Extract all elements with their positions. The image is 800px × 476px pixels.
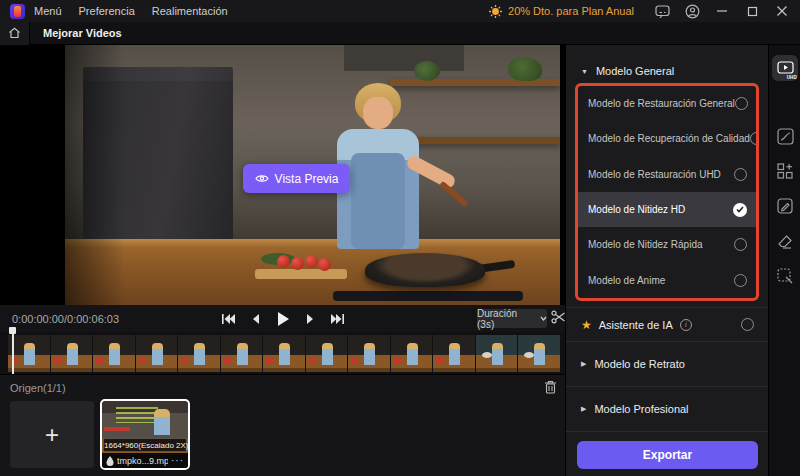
uhd-badge: UHD bbox=[787, 75, 797, 80]
app-window: Menú Preferencia Realimentación 20% Dto.… bbox=[0, 0, 800, 476]
filmstrip-thumbnail[interactable] bbox=[433, 335, 475, 372]
clip-person bbox=[154, 409, 170, 435]
minimize-button[interactable] bbox=[714, 3, 730, 19]
close-button[interactable] bbox=[774, 3, 790, 19]
filmstrip-thumbnail[interactable] bbox=[51, 335, 93, 372]
radio-icon[interactable] bbox=[734, 274, 747, 287]
model-option-restauracion-uhd[interactable]: Modelo de Restauración UHD bbox=[578, 157, 756, 192]
menu-realimentacion[interactable]: Realimentación bbox=[152, 5, 228, 17]
model-option-label: Modelo de Restauración General bbox=[588, 98, 735, 109]
radio-icon[interactable] bbox=[750, 132, 759, 145]
filmstrip-thumbnail[interactable] bbox=[178, 335, 220, 372]
filmstrip-thumbnail[interactable] bbox=[93, 335, 135, 372]
promo-text: 20% Dto. para Plan Anual bbox=[508, 5, 634, 17]
scene-shadow bbox=[65, 45, 125, 305]
eraser-tool-icon[interactable] bbox=[772, 228, 798, 254]
model-option-restauracion-general[interactable]: Modelo de Restauración General bbox=[578, 86, 756, 121]
prev-frame-button[interactable] bbox=[252, 314, 260, 324]
ai-assistant-label: Asistente de IA bbox=[599, 319, 673, 331]
menu-menu[interactable]: Menú bbox=[34, 5, 62, 17]
filmstrip-thumbnail[interactable] bbox=[221, 335, 263, 372]
main-content: Vista Previa 0:00:00:00/0:00:06:03 bbox=[0, 45, 800, 476]
timeline-playhead[interactable] bbox=[9, 327, 17, 375]
filmstrip-thumbnail[interactable] bbox=[348, 335, 390, 372]
filmstrip-thumbnail[interactable] bbox=[263, 335, 305, 372]
scene-pan bbox=[365, 253, 485, 287]
cut-scissors-icon[interactable] bbox=[551, 310, 566, 324]
scene-person-face bbox=[363, 97, 393, 129]
modelo-profesional-label: Modelo Profesional bbox=[594, 403, 688, 415]
model-panel: ▼ Modelo General Modelo de Restauración … bbox=[565, 45, 768, 476]
tool-strip: UHD bbox=[768, 45, 800, 476]
scene-spoon bbox=[439, 181, 469, 207]
filmstrip-thumbnail[interactable] bbox=[391, 335, 433, 372]
radio-icon[interactable] bbox=[734, 238, 747, 251]
model-option-nitidez-hd[interactable]: Modelo de Nitidez HD bbox=[578, 192, 756, 227]
frame-interpolation-tool-icon[interactable] bbox=[772, 123, 798, 149]
model-option-label: Modelo de Nitidez HD bbox=[588, 204, 733, 215]
export-section: Exportar bbox=[566, 431, 769, 476]
model-option-anime[interactable]: Modelo de Anime bbox=[578, 262, 756, 297]
batch-add-tool-icon[interactable] bbox=[772, 158, 798, 184]
promo-banner[interactable]: 20% Dto. para Plan Anual bbox=[489, 5, 634, 18]
trash-icon[interactable] bbox=[544, 380, 557, 394]
collapse-triangle-icon: ▼ bbox=[581, 68, 588, 75]
radio-icon[interactable] bbox=[741, 318, 754, 331]
section-modelo-retrato[interactable]: ▶ Modelo de Retrato bbox=[566, 341, 769, 386]
duration-label: Duración (3s) bbox=[477, 308, 536, 330]
info-icon[interactable]: i bbox=[680, 319, 692, 331]
skip-start-button[interactable] bbox=[222, 314, 235, 324]
app-logo-icon bbox=[10, 4, 25, 19]
source-clip-thumbnail[interactable]: 1664*960(Escalado 2X) tmpko...9.mp4 ··· bbox=[100, 399, 190, 470]
clip-filename: tmpko...9.mp4 bbox=[117, 456, 168, 466]
model-options-highlight-box: Modelo de Restauración General Modelo de… bbox=[575, 83, 759, 301]
section-modelo-profesional[interactable]: ▶ Modelo Profesional bbox=[566, 386, 769, 431]
tab-bar: Mejorar Videos bbox=[0, 22, 800, 45]
section-modelo-general: ▼ Modelo General Modelo de Restauración … bbox=[566, 45, 769, 307]
enhance-uhd-tool-icon[interactable]: UHD bbox=[772, 55, 798, 81]
radio-icon[interactable] bbox=[734, 168, 747, 181]
timeline-filmstrip[interactable] bbox=[0, 332, 565, 374]
next-frame-button[interactable] bbox=[306, 314, 314, 324]
model-option-recuperacion-calidad[interactable]: Modelo de Recuperación de Calidad bbox=[578, 121, 756, 156]
scene-tomatoes bbox=[277, 255, 333, 271]
filmstrip-thumbnail[interactable] bbox=[518, 335, 560, 372]
ai-assistant-row[interactable]: ★ Asistente de IA i bbox=[566, 307, 769, 341]
clip-overlay-text bbox=[116, 407, 158, 423]
add-video-button[interactable]: + bbox=[10, 401, 94, 468]
tab-mejorar-videos[interactable]: Mejorar Videos bbox=[43, 27, 122, 39]
modelo-general-header[interactable]: ▼ Modelo General bbox=[581, 65, 674, 77]
scene-counter-edge bbox=[65, 239, 560, 247]
filmstrip-thumbnail[interactable] bbox=[306, 335, 348, 372]
play-button[interactable] bbox=[277, 312, 289, 326]
check-icon[interactable] bbox=[733, 203, 747, 217]
filmstrip-track bbox=[8, 335, 560, 372]
model-option-nitidez-rapida[interactable]: Modelo de Nitidez Rápida bbox=[578, 227, 756, 262]
account-icon[interactable] bbox=[684, 3, 700, 19]
clip-more-button[interactable]: ··· bbox=[171, 455, 184, 466]
edit-tool-icon[interactable] bbox=[772, 193, 798, 219]
duration-dropdown[interactable]: Duración (3s) bbox=[477, 309, 547, 328]
skip-end-button[interactable] bbox=[331, 314, 344, 324]
model-option-label: Modelo de Restauración UHD bbox=[588, 169, 734, 180]
sun-discount-icon bbox=[489, 5, 502, 18]
filmstrip-thumbnail[interactable] bbox=[476, 335, 518, 372]
titlebar-right: 20% Dto. para Plan Anual bbox=[489, 3, 790, 19]
export-button[interactable]: Exportar bbox=[577, 441, 758, 469]
transport-bar: 0:00:00:00/0:00:06:03 bbox=[0, 305, 565, 332]
filmstrip-thumbnail[interactable] bbox=[136, 335, 178, 372]
radio-icon[interactable] bbox=[735, 97, 748, 110]
magic-select-tool-icon[interactable] bbox=[772, 263, 798, 289]
scene-plant bbox=[508, 57, 542, 81]
maximize-button[interactable] bbox=[744, 3, 760, 19]
menu-preferencia[interactable]: Preferencia bbox=[79, 5, 135, 17]
titlebar: Menú Preferencia Realimentación 20% Dto.… bbox=[0, 0, 800, 22]
feedback-chat-icon[interactable] bbox=[654, 3, 670, 19]
vista-previa-button[interactable]: Vista Previa bbox=[243, 164, 350, 193]
home-button[interactable] bbox=[0, 22, 30, 45]
plus-icon: + bbox=[45, 421, 59, 449]
source-label: Origen(1/1) bbox=[10, 382, 66, 394]
droplet-icon bbox=[106, 456, 114, 466]
clip-info-bar: tmpko...9.mp4 ··· bbox=[102, 453, 188, 468]
model-option-label: Modelo de Anime bbox=[588, 275, 734, 286]
